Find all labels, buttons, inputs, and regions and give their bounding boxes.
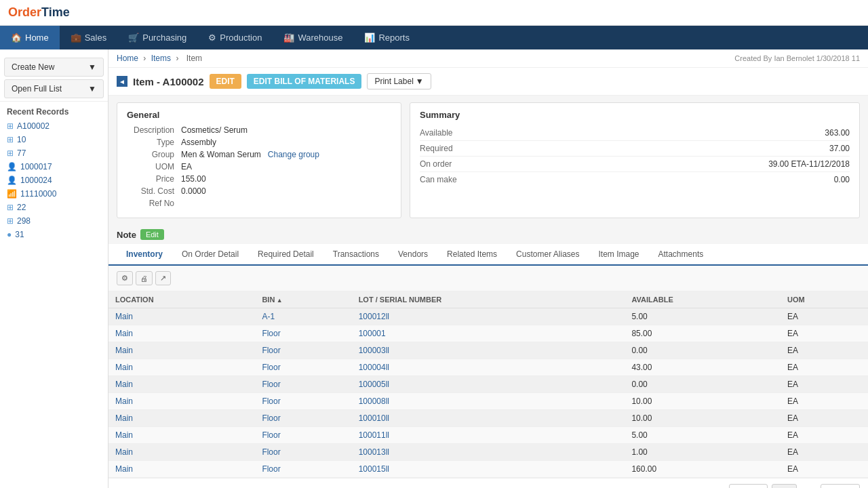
tab-vendors[interactable]: Vendors <box>389 244 437 266</box>
nav-item-purchasing[interactable]: 🛒 Purchasing <box>117 26 197 49</box>
nav-label-reports: Reports <box>378 33 410 43</box>
prev-button[interactable]: ◄ Prev <box>729 484 768 488</box>
breadcrumb-home[interactable]: Home <box>117 54 138 63</box>
table-row[interactable]: Main A-1 100012ll 5.00 EA <box>108 308 868 325</box>
sidebar-item-77[interactable]: ⊞ 77 <box>0 146 108 160</box>
cell-uom: EA <box>781 461 868 478</box>
table-row[interactable]: Main Floor 100010ll 10.00 EA <box>108 410 868 427</box>
production-icon: ⚙ <box>208 33 216 43</box>
cell-uom: EA <box>781 376 868 393</box>
cell-uom: EA <box>781 359 868 376</box>
next-button[interactable]: Next ► <box>821 484 860 488</box>
tab-transactions[interactable]: Transactions <box>323 244 389 266</box>
page-select[interactable]: 1 2 <box>772 484 797 488</box>
summary-card-title: Summary <box>420 110 850 120</box>
cell-bin: Floor <box>255 410 351 427</box>
nav-item-home[interactable]: 🏠 Home <box>0 26 60 49</box>
nav-item-warehouse[interactable]: 🏭 Warehouse <box>273 26 353 49</box>
item-header: ◄ Item - A100002 EDIT EDIT BILL OF MATER… <box>108 68 868 96</box>
nav-item-production[interactable]: ⚙ Production <box>197 26 273 49</box>
logo-part1: Order <box>8 5 41 19</box>
group-value: Men & Woman Serum Change group <box>181 150 319 159</box>
table-toolbar: ⚙ 🖨 ↗ <box>108 266 868 291</box>
table-row[interactable]: Main Floor 100005ll 0.00 EA <box>108 376 868 393</box>
col-lot[interactable]: LOT / SERIAL NUMBER <box>352 291 625 308</box>
sidebar-record-label: A100002 <box>17 121 50 131</box>
tab-attachments[interactable]: Attachments <box>649 244 713 266</box>
open-full-list-chevron-icon: ▼ <box>88 84 96 94</box>
export-icon-button[interactable]: ↗ <box>155 271 171 285</box>
cell-uom: EA <box>781 342 868 359</box>
field-group: Group Men & Woman Serum Change group <box>127 150 391 159</box>
type-label: Type <box>127 138 181 147</box>
grid-icon: ⊞ <box>7 203 14 212</box>
table-row[interactable]: Main Floor 100013ll 1.00 EA <box>108 444 868 461</box>
reports-icon: 📊 <box>364 33 375 43</box>
open-full-list-button[interactable]: Open Full List ▼ <box>4 79 104 98</box>
cell-uom: EA <box>781 393 868 410</box>
note-edit-button[interactable]: Edit <box>140 229 164 240</box>
col-location[interactable]: LOCATION <box>108 291 255 308</box>
sidebar-item-298[interactable]: ⊞ 298 <box>0 214 108 228</box>
col-bin[interactable]: BIN <box>255 291 351 308</box>
nav-item-reports[interactable]: 📊 Reports <box>353 26 420 49</box>
sidebar-item-1000017[interactable]: 👤 1000017 <box>0 160 108 174</box>
tab-inventory[interactable]: Inventory <box>117 244 172 266</box>
tab-on-order-detail[interactable]: On Order Detail <box>172 244 248 266</box>
edit-button[interactable]: EDIT <box>210 74 241 89</box>
note-label: Note <box>117 230 136 240</box>
sidebar-item-31[interactable]: ● 31 <box>0 228 108 241</box>
table-row[interactable]: Main Floor 100004ll 43.00 EA <box>108 359 868 376</box>
cell-available: 160.00 <box>625 461 781 478</box>
collapse-button[interactable]: ◄ <box>117 76 127 87</box>
settings-icon-button[interactable]: ⚙ <box>117 271 133 285</box>
cell-uom: EA <box>781 410 868 427</box>
table-row[interactable]: Main Floor 100015ll 160.00 EA <box>108 461 868 478</box>
pagination-bar: ◄ Prev 1 2 of 2 Next ► <box>108 478 868 488</box>
open-full-list-label: Open Full List <box>12 84 62 94</box>
print-icon-button[interactable]: 🖨 <box>136 271 153 285</box>
sidebar-item-A100002[interactable]: ⊞ A100002 <box>0 119 108 133</box>
sidebar-item-10[interactable]: ⊞ 10 <box>0 133 108 146</box>
tab-required-detail[interactable]: Required Detail <box>248 244 323 266</box>
tab-item-image[interactable]: Item Image <box>589 244 648 266</box>
cell-lot: 100008ll <box>352 393 625 410</box>
table-row[interactable]: Main Floor 100011ll 5.00 EA <box>108 427 868 444</box>
tabs-bar: InventoryOn Order DetailRequired DetailT… <box>108 244 868 266</box>
tab-related-items[interactable]: Related Items <box>437 244 507 266</box>
summary-row: Can make0.00 <box>420 172 850 187</box>
table-row[interactable]: Main Floor 100008ll 10.00 EA <box>108 393 868 410</box>
summary-row-label: Required <box>420 144 453 153</box>
wifi-icon: 📶 <box>7 189 17 199</box>
cell-lot: 100004ll <box>352 359 625 376</box>
col-available[interactable]: AVAILABLE <box>625 291 781 308</box>
create-new-button[interactable]: Create New ▼ <box>4 58 104 77</box>
table-row[interactable]: Main Floor 100001 85.00 EA <box>108 325 868 342</box>
sidebar-record-label: 31 <box>15 230 24 239</box>
field-std-cost: Std. Cost 0.0000 <box>127 186 391 196</box>
person-icon: 👤 <box>7 176 17 185</box>
cell-lot: 100010ll <box>352 410 625 427</box>
table-row[interactable]: Main Floor 100003ll 0.00 EA <box>108 342 868 359</box>
cell-bin: Floor <box>255 427 351 444</box>
circle-icon: ● <box>7 230 12 239</box>
breadcrumb-items[interactable]: Items <box>151 54 171 63</box>
tab-customer-aliases[interactable]: Customer Aliases <box>507 244 589 266</box>
change-group-link[interactable]: Change group <box>268 150 319 159</box>
cell-available: 10.00 <box>625 393 781 410</box>
edit-bom-button[interactable]: EDIT BILL OF MATERIALS <box>247 74 362 89</box>
cell-location: Main <box>108 359 255 376</box>
sidebar-item-1000024[interactable]: 👤 1000024 <box>0 174 108 187</box>
sidebar-record-label: 11110000 <box>20 189 56 199</box>
cell-lot: 100005ll <box>352 376 625 393</box>
cell-uom: EA <box>781 325 868 342</box>
print-label-button[interactable]: Print Label ▼ <box>367 73 431 89</box>
col-uom[interactable]: UOM <box>781 291 868 308</box>
sidebar-item-22[interactable]: ⊞ 22 <box>0 201 108 214</box>
nav-item-sales[interactable]: 💼 Sales <box>60 26 118 49</box>
breadcrumb-sep2: › <box>176 54 178 63</box>
sidebar-item-11110000[interactable]: 📶 11110000 <box>0 187 108 201</box>
nav-label-sales: Sales <box>85 33 107 43</box>
table-header: LOCATION BIN LOT / SERIAL NUMBER AVAILAB… <box>108 291 868 308</box>
sidebar: Create New ▼ Open Full List ▼ Recent Rec… <box>0 49 108 488</box>
